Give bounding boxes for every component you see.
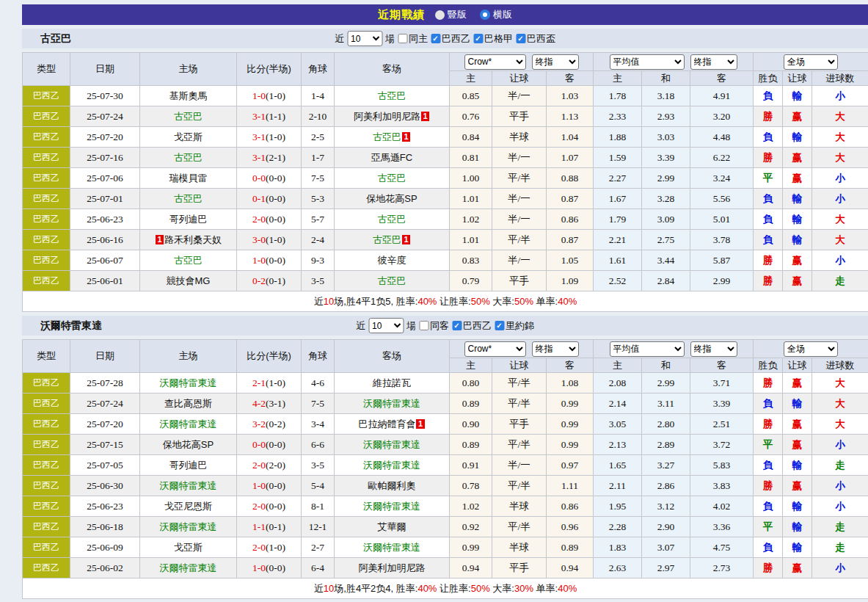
summary-part: 单率: <box>533 583 558 594</box>
match-row: 巴西乙25-06-09戈亞斯2-0(1-0)2-7沃爾特雷東達0.99半球0.8… <box>23 537 868 558</box>
col-header-1: 日期 <box>70 53 140 86</box>
date-cell: 25-07-01 <box>70 189 140 209</box>
result-goals-value: 小 <box>835 90 845 101</box>
match-row: 巴西乙25-07-28沃爾特雷東達2-1(1-0)4-6維拉諾瓦0.80平/半1… <box>23 373 868 394</box>
col-header-1: 日期 <box>70 340 140 373</box>
result-outcome-value: 平 <box>763 521 773 532</box>
result-handicap-value: 赢 <box>792 480 803 491</box>
same-side-checkbox[interactable] <box>398 34 407 43</box>
fulltime-score: 0-2 <box>252 275 266 286</box>
final-odds-select-2[interactable]: 终指 <box>690 54 737 70</box>
away-team-cell: 沃爾特雷東達 <box>335 496 450 517</box>
handicap-home-odds: 1.02 <box>450 209 492 230</box>
handicap-away-odds: 1.13 <box>547 106 594 127</box>
handicap-line: 半球 <box>492 496 547 517</box>
same-side-checkbox[interactable] <box>419 321 428 330</box>
away-team-cell-name: 沃爾特雷東達 <box>363 501 420 512</box>
red-card-badge: 1 <box>421 112 429 121</box>
date-cell: 25-07-30 <box>70 86 140 106</box>
layout-radio-horizontal[interactable]: 横版 <box>480 8 512 21</box>
col-header-4: 角球 <box>302 340 335 373</box>
date-cell: 25-07-28 <box>70 373 140 394</box>
avg-home-odds: 2.08 <box>594 373 642 394</box>
col-header-2: 主场 <box>140 340 237 373</box>
handicap-line: 平/半 <box>492 168 547 189</box>
result-outcome: 勝 <box>754 106 783 127</box>
fulltime-score: 2-0 <box>252 501 266 512</box>
result-outcome: 負 <box>754 496 783 517</box>
average-odds-select[interactable]: 平均值 <box>610 341 685 357</box>
result-goals-value: 小 <box>835 439 845 450</box>
league-checkbox-0[interactable]: ✓ <box>431 34 440 43</box>
page: 近期戰績 豎版横版 古亞巴近10場同主✓巴西乙✓巴格甲✓巴西盃类型日期主场比分(… <box>22 4 868 599</box>
match-row: 巴西乙25-07-05哥列迪巴2-0(2-0)3-5沃爾特雷東達0.91半/一0… <box>23 455 868 476</box>
result-handicap-value: 輸 <box>792 501 803 512</box>
layout-radio-vertical[interactable]: 豎版 <box>435 8 467 21</box>
games-count-select[interactable]: 10 <box>347 31 382 46</box>
final-odds-select-2[interactable]: 终指 <box>690 341 737 357</box>
halftime-score: (1-0) <box>266 131 285 142</box>
scope-select-group: 全场 <box>754 53 868 71</box>
home-team-cell-name: 戈亞尼恩斯 <box>164 501 212 512</box>
avg-draw-odds: 2.86 <box>642 476 690 496</box>
bookmaker-select[interactable]: Crow* <box>464 54 526 70</box>
sub-header-1: 让球 <box>492 71 547 86</box>
match-row: 巴西乙25-06-18沃爾特雷東達1-1(0-1)12-1艾華爾0.92平/半0… <box>23 517 868 537</box>
sub-header-0: 主 <box>450 358 492 373</box>
result-outcome: 負 <box>754 209 783 230</box>
halftime-score: (0-0) <box>266 255 285 266</box>
handicap-away-odds: 0.86 <box>547 209 594 230</box>
result-handicap-value: 赢 <box>792 439 803 450</box>
match-scope-select[interactable]: 全场 <box>784 341 838 357</box>
games-count-select[interactable]: 10 <box>368 318 404 333</box>
result-goals-value: 大 <box>835 131 845 142</box>
match-row: 巴西乙25-07-20戈亞斯3-1(1-0)2-5古亞巴10.84半球1.041… <box>23 127 868 148</box>
date-cell: 25-07-20 <box>70 127 140 148</box>
score-cell: 0-0(0-0) <box>237 168 302 189</box>
date-cell: 25-06-23 <box>70 496 140 517</box>
corner-cell: 3-5 <box>302 455 335 476</box>
league-checkbox-2[interactable]: ✓ <box>516 34 525 43</box>
avg-draw-odds: 3.44 <box>642 250 690 271</box>
league-checkbox-0[interactable]: ✓ <box>452 321 462 330</box>
halftime-score: (0-1) <box>266 275 285 286</box>
avg-home-odds: 2.14 <box>594 394 642 414</box>
avg-away-odds: 5.56 <box>690 189 754 209</box>
corner-cell: 5-4 <box>302 476 335 496</box>
home-team-cell-name: 哥列迪巴 <box>169 460 208 471</box>
away-team-cell: 沃爾特雷東達 <box>335 537 450 558</box>
final-odds-select[interactable]: 终指 <box>532 341 579 357</box>
page-title: 近期戰績 <box>378 8 425 22</box>
col-header-5: 客场 <box>335 53 450 86</box>
fulltime-score: 3-2 <box>252 418 266 429</box>
away-team-cell-name: 古亞巴 <box>373 234 401 245</box>
league-type-cell: 巴西乙 <box>23 106 70 127</box>
result-handicap-value: 赢 <box>792 377 803 388</box>
result-goals-value: 走 <box>835 521 845 532</box>
handicap-home-odds: 0.90 <box>450 414 492 435</box>
average-odds-select[interactable]: 平均值 <box>610 54 685 70</box>
halftime-score: (0-0) <box>266 562 285 573</box>
halftime-score: (0-2) <box>266 418 285 429</box>
summary-part: 40% <box>558 583 577 594</box>
corner-cell: 2-5 <box>302 127 335 148</box>
away-team-cell-name: 保地花高SP <box>366 193 417 204</box>
away-team-cell: 維拉諾瓦 <box>335 373 450 394</box>
league-checkbox-1[interactable]: ✓ <box>473 34 483 43</box>
match-row: 巴西乙25-07-01古亞巴0-1(0-0)5-3保地花高SP1.01半/一0.… <box>23 189 868 209</box>
col-header-3: 比分(半场) <box>237 340 302 373</box>
header-dropdown-row: 类型日期主场比分(半场)角球客场Crow*终指平均值终指全场 <box>23 53 868 71</box>
final-odds-select[interactable]: 终指 <box>532 54 579 70</box>
corner-cell: 6-6 <box>302 435 335 455</box>
fulltime-score: 1-1 <box>252 521 266 532</box>
handicap-home-odds: 0.89 <box>450 394 492 414</box>
score-cell: 1-0(0-0) <box>237 558 302 579</box>
sections-container: 古亞巴近10場同主✓巴西乙✓巴格甲✓巴西盃类型日期主场比分(半场)角球客场Cro… <box>22 29 868 599</box>
score-cell: 2-0(0-0) <box>237 496 302 517</box>
home-team-cell: 沃爾特雷東達 <box>140 414 237 435</box>
summary-part: 近 <box>314 296 324 307</box>
league-checkbox-1[interactable]: ✓ <box>495 321 504 330</box>
result-handicap: 輸 <box>783 230 812 250</box>
bookmaker-select[interactable]: Crow* <box>464 341 526 357</box>
match-scope-select[interactable]: 全场 <box>784 54 838 70</box>
